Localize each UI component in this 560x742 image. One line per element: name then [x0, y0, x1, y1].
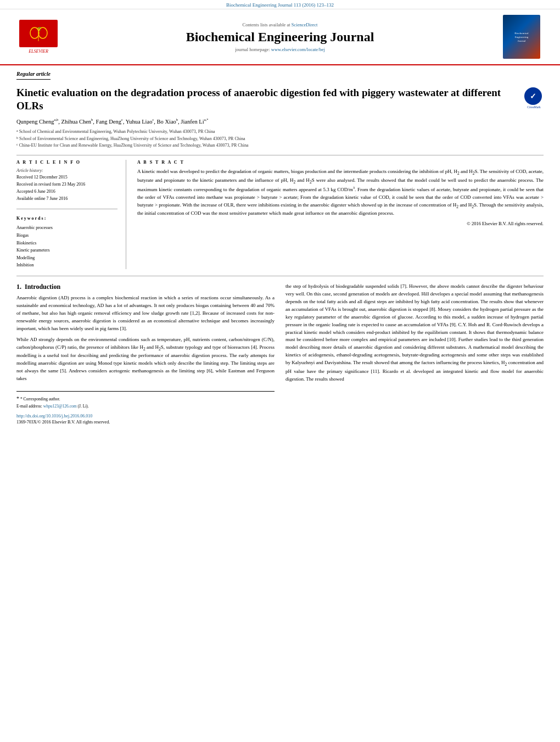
- introduction-title: 1. Introduction: [16, 283, 275, 291]
- journal-ref-text: Biochemical Engineering Journal 113 (201…: [226, 2, 334, 8]
- received-date: Received 12 December 2015: [16, 174, 117, 181]
- main-content: Regular article Kinetic evaluation on th…: [0, 65, 560, 430]
- keyword-modelling: Modelling: [16, 254, 117, 262]
- crossmark-label: CrossMark: [524, 105, 544, 109]
- article-info-abstract-section: A R T I C L E I N F O Article history: R…: [16, 155, 544, 269]
- cover-title: BiochemicalEngineeringJournal: [514, 31, 528, 43]
- introduction-left-col: 1. Introduction Anaerobic digestion (AD)…: [16, 283, 275, 425]
- article-type-label: Regular article: [16, 71, 51, 80]
- crossmark-badge: ✓ CrossMark: [524, 87, 544, 109]
- crossmark-icon: ✓: [524, 87, 542, 105]
- cover-image: BiochemicalEngineeringJournal: [503, 15, 540, 59]
- footer-copyright: 1369-703X/© 2016 Elsevier B.V. All right…: [16, 420, 275, 425]
- article-info-column: A R T I C L E I N F O Article history: R…: [16, 160, 126, 269]
- affil-b-text: School of Environmental Science and Engi…: [19, 136, 245, 143]
- keywords-section: Keywords: Anaerobic processes Biogas Bio…: [16, 216, 117, 269]
- elsevier-logo-img: 🌿: [19, 20, 58, 47]
- affil-c-text: China-EU Institute for Clean and Renewab…: [19, 142, 249, 149]
- keyword-anaerobic: Anaerobic processes: [16, 224, 117, 232]
- article-footer: * * Corresponding author. E-mail address…: [16, 391, 275, 425]
- introduction-body-left: Anaerobic digestion (AD) process is a co…: [16, 294, 275, 383]
- journal-header: 🌿 ELSEVIER Contents lists available at S…: [0, 9, 560, 65]
- affiliations-section: a School of Chemical and Environmental E…: [16, 129, 544, 149]
- author-email[interactable]: whpu123@126.com: [43, 404, 77, 409]
- history-label: Article history:: [16, 168, 117, 173]
- elsevier-brand-text: ELSEVIER: [29, 49, 48, 54]
- homepage-url[interactable]: www.elsevier.com/locate/bej: [271, 47, 325, 52]
- article-title: Kinetic evaluation on the degradation pr…: [16, 86, 516, 113]
- email-attribution: (J. Li).: [78, 404, 89, 409]
- accepted-date: Accepted 6 June 2016: [16, 188, 117, 196]
- authors-line: Qunpeng Chenga,b, Zhihua Chenb, Fang Den…: [16, 117, 544, 126]
- introduction-right-col: the step of hydrolysis of biodegradable …: [285, 283, 544, 425]
- introduction-body-right: the step of hydrolysis of biodegradable …: [285, 283, 544, 383]
- abstract-copyright: © 2016 Elsevier B.V. All rights reserved…: [137, 221, 544, 226]
- introduction-section: 1. Introduction Anaerobic digestion (AD)…: [16, 283, 544, 425]
- journal-homepage-line: journal homepage: www.elsevier.com/locat…: [60, 47, 500, 52]
- keywords-heading: Keywords:: [16, 216, 117, 221]
- journal-cover-thumbnail: BiochemicalEngineeringJournal: [500, 15, 544, 59]
- affiliation-b: b School of Environmental Science and En…: [16, 136, 544, 143]
- science-direct-link[interactable]: ScienceDirect: [292, 22, 318, 27]
- elsevier-logo: 🌿 ELSEVIER: [16, 20, 60, 54]
- corresponding-text: * Corresponding author.: [20, 397, 60, 401]
- available-online-date: Available online 7 June 2016: [16, 196, 117, 203]
- title-section: Kinetic evaluation on the degradation pr…: [16, 86, 544, 113]
- keyword-inhibition: Inhibition: [16, 261, 117, 269]
- keyword-biokinetics: Biokinetics: [16, 239, 117, 247]
- affil-a-text: School of Chemical and Environmental Eng…: [19, 129, 215, 136]
- article-dates: Received 12 December 2015 Received in re…: [16, 174, 117, 202]
- email-note: E-mail address: whpu123@126.com (J. Li).: [16, 403, 275, 410]
- converted-word: converted: [473, 194, 492, 200]
- elsevier-tree-icon: 🌿: [24, 22, 54, 45]
- keyword-kinetic-params: Kinetic parameters: [16, 247, 117, 254]
- contents-available-line: Contents lists available at ScienceDirec…: [60, 22, 500, 27]
- abstract-column: A B S T R A C T A kinetic model was deve…: [137, 160, 544, 269]
- info-divider: [16, 209, 117, 209]
- doi-link[interactable]: http://dx.doi.org/10.1016/j.bej.2016.06.…: [16, 414, 92, 419]
- abstract-text: A kinetic model was developed to predict…: [137, 168, 544, 217]
- section-number: 1.: [16, 283, 21, 291]
- article-info-heading: A R T I C L E I N F O: [16, 160, 117, 165]
- abstract-heading: A B S T R A C T: [137, 160, 544, 165]
- received-revised-date: Received in revised form 23 May 2016: [16, 181, 117, 188]
- journal-reference-bar: Biochemical Engineering Journal 113 (201…: [0, 0, 560, 9]
- journal-name-title: Biochemical Engineering Journal: [60, 30, 500, 44]
- main-divider: [16, 276, 544, 276]
- affiliation-c: c China-EU Institute for Clean and Renew…: [16, 142, 544, 149]
- keyword-biogas: Biogas: [16, 232, 117, 239]
- doi-section: http://dx.doi.org/10.1016/j.bej.2016.06.…: [16, 412, 275, 419]
- journal-title-center: Contents lists available at ScienceDirec…: [60, 22, 500, 52]
- corresponding-author-note: * * Corresponding author.: [16, 394, 275, 403]
- star-symbol: *: [16, 395, 19, 401]
- affiliation-a: a School of Chemical and Environmental E…: [16, 129, 544, 136]
